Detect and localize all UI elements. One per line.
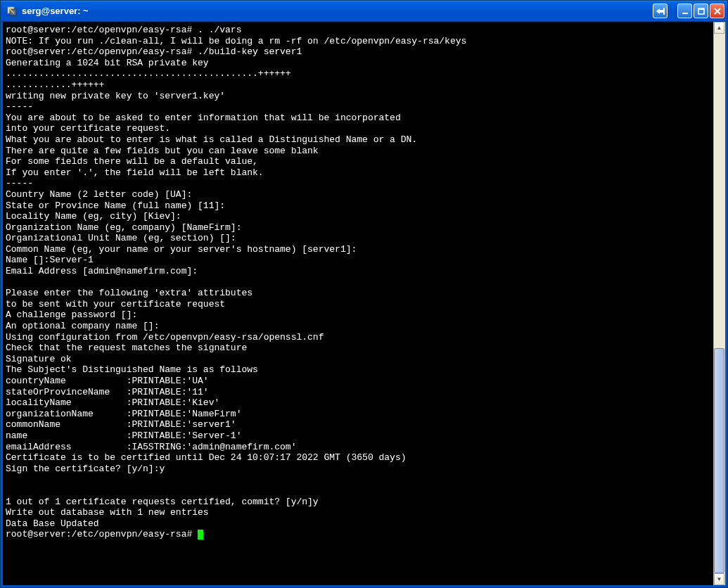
terminal-cursor [198, 530, 203, 539]
window-title: serg@server: ~ [22, 6, 653, 16]
svg-rect-3 [682, 13, 688, 14]
scrollbar-thumb[interactable] [714, 348, 724, 573]
terminal-container: root@server:/etc/openvpn/easy-rsa# . ./v… [1, 22, 727, 587]
titlebar[interactable]: serg@server: ~ [1, 1, 727, 22]
terminal-output[interactable]: root@server:/etc/openvpn/easy-rsa# . ./v… [3, 22, 713, 585]
options-button[interactable] [653, 4, 668, 18]
scrollbar-up-button[interactable]: ▲ [714, 22, 724, 34]
minimize-button[interactable] [677, 4, 692, 18]
application-window: serg@server: ~ root@server:/etc/openvpn/… [0, 0, 728, 588]
close-button[interactable] [710, 4, 724, 18]
scrollbar-down-button[interactable]: ▼ [714, 573, 724, 585]
maximize-button[interactable] [694, 4, 708, 18]
vertical-scrollbar[interactable]: ▲ ▼ [713, 22, 725, 585]
putty-icon [6, 6, 18, 17]
svg-rect-5 [698, 8, 704, 10]
window-controls [653, 4, 724, 18]
